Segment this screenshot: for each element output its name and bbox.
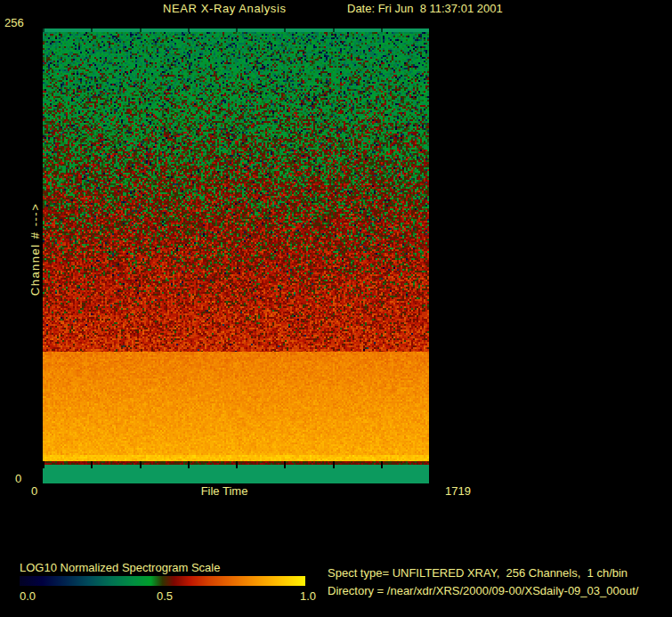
app-window: NEAR X-Ray Analysis Date: Fri Jun 8 11:3…: [0, 0, 672, 617]
y-axis-max-label: 256: [4, 17, 24, 29]
colorbar-title: LOG10 Normalized Spectrogram Scale: [20, 562, 220, 574]
colorbar-tick-min: 0.0: [20, 590, 36, 603]
directory-label: Directory = /near/xdr/XRS/2000/09-00/XSd…: [328, 585, 638, 597]
colorbar-gradient: [20, 576, 305, 586]
y-axis-min-label: 0: [15, 473, 21, 485]
colorbar-tick-mid: 0.5: [157, 590, 173, 603]
x-axis-min-label: 0: [31, 485, 37, 498]
spect-type-label: Spect type= UNFILTERED XRAY, 256 Channel…: [328, 567, 627, 580]
x-axis-title: File Time: [201, 485, 248, 498]
colorbar-tick-max: 1.0: [300, 590, 316, 603]
date-label: Date: Fri Jun 8 11:37:01 2001: [347, 3, 503, 15]
y-axis-title: Channel # --->: [28, 203, 42, 296]
page-title: NEAR X-Ray Analysis: [163, 3, 287, 15]
spectrogram-canvas: [43, 28, 429, 483]
x-axis-max-label: 1719: [445, 485, 471, 498]
